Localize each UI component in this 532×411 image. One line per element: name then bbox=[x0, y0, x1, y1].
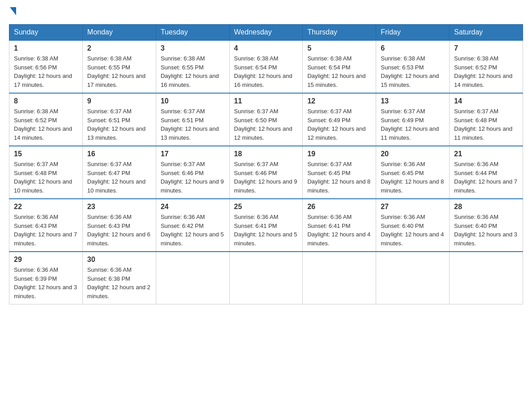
sunset-label: Sunset: 6:54 PM bbox=[234, 64, 277, 71]
sunrise-label: Sunrise: 6:37 AM bbox=[161, 108, 205, 115]
day-number: 27 bbox=[381, 203, 445, 211]
weekday-header-sunday: Sunday bbox=[9, 25, 83, 41]
sunset-label: Sunset: 6:38 PM bbox=[87, 275, 130, 282]
calendar-day-cell: 30 Sunrise: 6:36 AM Sunset: 6:38 PM Dayl… bbox=[82, 252, 156, 304]
daylight-label: Daylight: 12 hours and 15 minutes. bbox=[307, 73, 365, 88]
sunset-label: Sunset: 6:44 PM bbox=[454, 170, 497, 176]
weekday-header-tuesday: Tuesday bbox=[156, 25, 229, 41]
calendar-day-cell: 14 Sunrise: 6:37 AM Sunset: 6:48 PM Dayl… bbox=[450, 93, 523, 146]
sunrise-label: Sunrise: 6:36 AM bbox=[161, 214, 205, 220]
sunrise-label: Sunrise: 6:37 AM bbox=[234, 108, 279, 115]
logo bbox=[9, 9, 16, 15]
day-number: 28 bbox=[454, 203, 518, 211]
day-info: Sunrise: 6:37 AM Sunset: 6:51 PM Dayligh… bbox=[87, 107, 151, 142]
daylight-label: Daylight: 12 hours and 3 minutes. bbox=[454, 231, 517, 247]
day-info: Sunrise: 6:36 AM Sunset: 6:38 PM Dayligh… bbox=[87, 265, 151, 300]
calendar-day-cell: 8 Sunrise: 6:38 AM Sunset: 6:52 PM Dayli… bbox=[9, 93, 83, 146]
daylight-label: Daylight: 12 hours and 2 minutes. bbox=[87, 284, 150, 300]
sunset-label: Sunset: 6:50 PM bbox=[234, 117, 277, 124]
sunset-label: Sunset: 6:42 PM bbox=[161, 223, 204, 229]
daylight-label: Daylight: 12 hours and 14 minutes. bbox=[454, 73, 512, 88]
daylight-label: Daylight: 12 hours and 10 minutes. bbox=[14, 178, 72, 194]
calendar-table: SundayMondayTuesdayWednesdayThursdayFrid… bbox=[9, 24, 523, 304]
day-number: 3 bbox=[161, 44, 225, 52]
calendar-day-cell bbox=[229, 252, 303, 304]
calendar-day-cell: 1 Sunrise: 6:38 AM Sunset: 6:56 PM Dayli… bbox=[9, 40, 83, 93]
sunset-label: Sunset: 6:39 PM bbox=[14, 275, 57, 282]
day-number: 11 bbox=[234, 97, 298, 105]
weekday-header-saturday: Saturday bbox=[450, 25, 523, 41]
daylight-label: Daylight: 12 hours and 4 minutes. bbox=[307, 231, 370, 247]
sunrise-label: Sunrise: 6:38 AM bbox=[161, 55, 205, 62]
day-info: Sunrise: 6:36 AM Sunset: 6:39 PM Dayligh… bbox=[14, 265, 78, 300]
day-number: 22 bbox=[14, 203, 78, 211]
calendar-day-cell bbox=[303, 252, 376, 304]
sunset-label: Sunset: 6:48 PM bbox=[454, 117, 497, 124]
calendar-day-cell bbox=[156, 252, 229, 304]
sunrise-label: Sunrise: 6:36 AM bbox=[14, 266, 58, 273]
sunrise-label: Sunrise: 6:38 AM bbox=[234, 55, 279, 62]
day-number: 1 bbox=[14, 44, 78, 52]
sunrise-label: Sunrise: 6:36 AM bbox=[454, 161, 498, 167]
daylight-label: Daylight: 12 hours and 8 minutes. bbox=[307, 178, 370, 194]
sunrise-label: Sunrise: 6:37 AM bbox=[161, 161, 205, 167]
sunset-label: Sunset: 6:51 PM bbox=[161, 117, 204, 124]
sunset-label: Sunset: 6:46 PM bbox=[234, 170, 277, 176]
day-number: 13 bbox=[381, 97, 445, 105]
day-info: Sunrise: 6:37 AM Sunset: 6:49 PM Dayligh… bbox=[307, 107, 371, 142]
calendar-day-cell bbox=[450, 252, 523, 304]
sunset-label: Sunset: 6:53 PM bbox=[381, 64, 424, 71]
day-info: Sunrise: 6:37 AM Sunset: 6:46 PM Dayligh… bbox=[234, 160, 298, 195]
day-info: Sunrise: 6:38 AM Sunset: 6:55 PM Dayligh… bbox=[161, 54, 225, 89]
calendar-day-cell: 27 Sunrise: 6:36 AM Sunset: 6:40 PM Dayl… bbox=[376, 199, 450, 252]
page-header bbox=[9, 9, 523, 15]
day-number: 18 bbox=[234, 150, 298, 158]
day-info: Sunrise: 6:36 AM Sunset: 6:43 PM Dayligh… bbox=[87, 213, 151, 248]
day-info: Sunrise: 6:37 AM Sunset: 6:48 PM Dayligh… bbox=[454, 107, 518, 142]
day-number: 25 bbox=[234, 203, 298, 211]
day-info: Sunrise: 6:36 AM Sunset: 6:45 PM Dayligh… bbox=[381, 160, 445, 195]
calendar-day-cell: 19 Sunrise: 6:37 AM Sunset: 6:45 PM Dayl… bbox=[303, 146, 376, 199]
day-info: Sunrise: 6:37 AM Sunset: 6:49 PM Dayligh… bbox=[381, 107, 445, 142]
calendar-day-cell: 18 Sunrise: 6:37 AM Sunset: 6:46 PM Dayl… bbox=[229, 146, 303, 199]
sunrise-label: Sunrise: 6:36 AM bbox=[234, 214, 279, 220]
sunrise-label: Sunrise: 6:38 AM bbox=[381, 55, 425, 62]
daylight-label: Daylight: 12 hours and 14 minutes. bbox=[14, 125, 72, 141]
calendar-day-cell: 13 Sunrise: 6:37 AM Sunset: 6:49 PM Dayl… bbox=[376, 93, 450, 146]
calendar-body: 1 Sunrise: 6:38 AM Sunset: 6:56 PM Dayli… bbox=[9, 40, 523, 304]
sunset-label: Sunset: 6:52 PM bbox=[14, 117, 57, 124]
day-info: Sunrise: 6:37 AM Sunset: 6:46 PM Dayligh… bbox=[161, 160, 225, 195]
sunrise-label: Sunrise: 6:37 AM bbox=[307, 108, 352, 115]
day-number: 10 bbox=[161, 97, 225, 105]
sunrise-label: Sunrise: 6:36 AM bbox=[381, 214, 425, 220]
sunset-label: Sunset: 6:52 PM bbox=[454, 64, 497, 71]
sunset-label: Sunset: 6:40 PM bbox=[381, 223, 424, 229]
sunset-label: Sunset: 6:55 PM bbox=[161, 64, 204, 71]
daylight-label: Daylight: 12 hours and 16 minutes. bbox=[161, 73, 219, 88]
sunrise-label: Sunrise: 6:38 AM bbox=[14, 108, 58, 115]
sunrise-label: Sunrise: 6:37 AM bbox=[234, 161, 279, 167]
day-info: Sunrise: 6:38 AM Sunset: 6:56 PM Dayligh… bbox=[14, 54, 78, 89]
sunset-label: Sunset: 6:45 PM bbox=[381, 170, 424, 176]
daylight-label: Daylight: 12 hours and 9 minutes. bbox=[161, 178, 224, 194]
sunset-label: Sunset: 6:40 PM bbox=[454, 223, 497, 229]
calendar-day-cell: 28 Sunrise: 6:36 AM Sunset: 6:40 PM Dayl… bbox=[450, 199, 523, 252]
sunset-label: Sunset: 6:49 PM bbox=[381, 117, 424, 124]
day-number: 19 bbox=[307, 150, 371, 158]
calendar-week-row: 8 Sunrise: 6:38 AM Sunset: 6:52 PM Dayli… bbox=[9, 93, 523, 146]
calendar-day-cell: 15 Sunrise: 6:37 AM Sunset: 6:48 PM Dayl… bbox=[9, 146, 83, 199]
day-number: 9 bbox=[87, 97, 151, 105]
sunset-label: Sunset: 6:46 PM bbox=[161, 170, 204, 176]
sunrise-label: Sunrise: 6:37 AM bbox=[87, 161, 132, 167]
day-number: 6 bbox=[381, 44, 445, 52]
calendar-day-cell: 25 Sunrise: 6:36 AM Sunset: 6:41 PM Dayl… bbox=[229, 199, 303, 252]
daylight-label: Daylight: 12 hours and 3 minutes. bbox=[14, 284, 77, 300]
day-number: 12 bbox=[307, 97, 371, 105]
daylight-label: Daylight: 12 hours and 12 minutes. bbox=[307, 125, 365, 141]
day-info: Sunrise: 6:38 AM Sunset: 6:52 PM Dayligh… bbox=[14, 107, 78, 142]
sunrise-label: Sunrise: 6:37 AM bbox=[307, 161, 352, 167]
calendar-day-cell: 23 Sunrise: 6:36 AM Sunset: 6:43 PM Dayl… bbox=[82, 199, 156, 252]
day-info: Sunrise: 6:36 AM Sunset: 6:40 PM Dayligh… bbox=[454, 213, 518, 248]
weekday-header-thursday: Thursday bbox=[303, 25, 376, 41]
calendar-week-row: 22 Sunrise: 6:36 AM Sunset: 6:43 PM Dayl… bbox=[9, 199, 523, 252]
